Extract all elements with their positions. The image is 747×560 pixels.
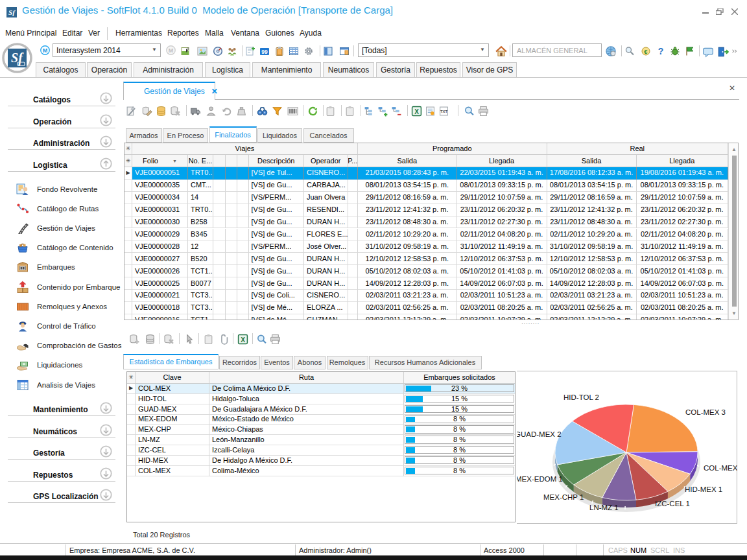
svg-text:COL-MEX 3: COL-MEX 3 (685, 408, 726, 416)
svg-text:IZC-CEL 1: IZC-CEL 1 (655, 500, 690, 508)
svg-text:X: X (241, 336, 245, 344)
svg-text:M: M (169, 47, 174, 54)
svg-text:LN-MZ 1: LN-MZ 1 (589, 504, 619, 511)
svg-text:MEX-CHP 1: MEX-CHP 1 (543, 493, 584, 501)
svg-text:MEX-EDOM 1: MEX-EDOM 1 (517, 475, 563, 483)
svg-text:?: ? (658, 46, 664, 56)
svg-text:COL-MEX: COL-MEX (704, 464, 737, 472)
svg-text:X: X (414, 108, 419, 115)
svg-text:M: M (43, 47, 48, 54)
svg-text:Sf: Sf (8, 8, 16, 16)
svg-text:HID-TOL 2: HID-TOL 2 (563, 393, 599, 401)
svg-text:€: € (644, 48, 648, 55)
svg-text:HID-MEX 1: HID-MEX 1 (685, 485, 722, 493)
svg-text:TXT: TXT (440, 110, 447, 113)
svg-text:GUAD-MEX 2: GUAD-MEX 2 (517, 430, 562, 438)
svg-text:99: 99 (261, 49, 268, 55)
